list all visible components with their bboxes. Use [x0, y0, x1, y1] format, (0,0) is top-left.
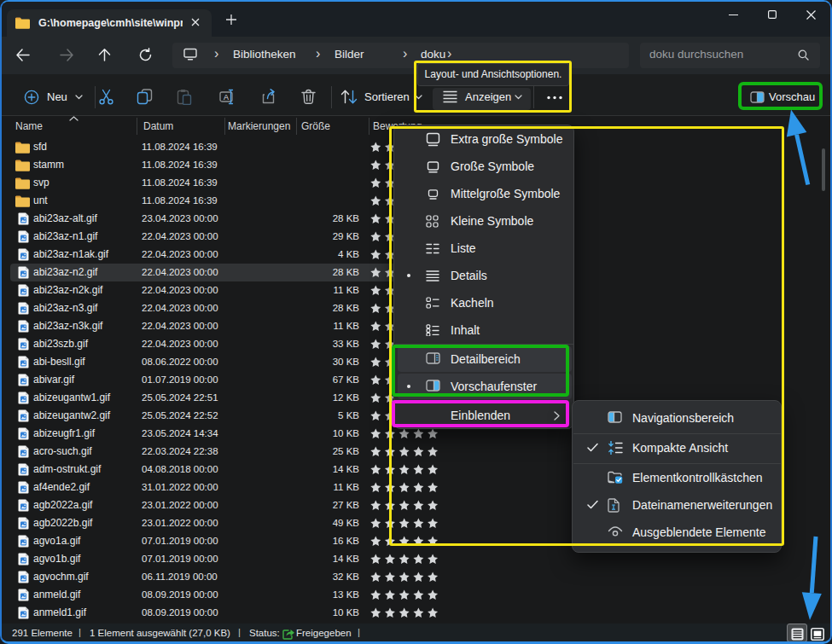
svg-text:A: A [224, 93, 229, 102]
